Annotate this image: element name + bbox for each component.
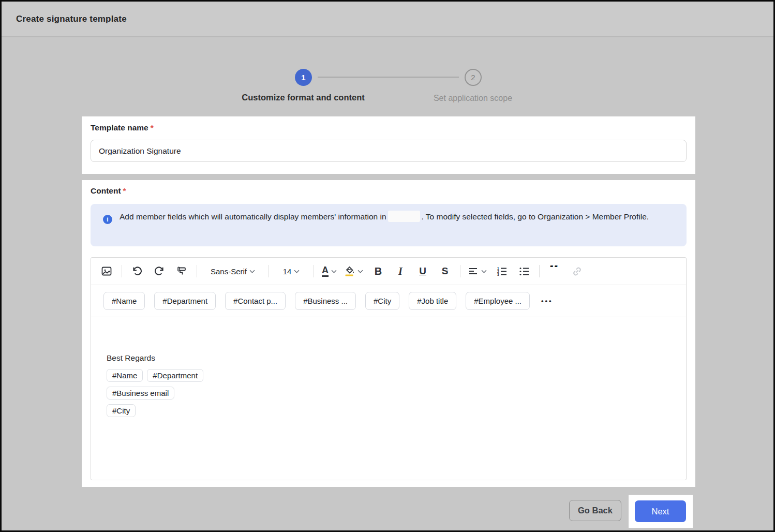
editor-chip-line: #City <box>107 404 686 417</box>
insert-image-button[interactable] <box>99 262 114 280</box>
blockquote-button[interactable]: “ <box>547 262 562 280</box>
template-name-label: Template name* <box>91 123 154 132</box>
align-icon <box>468 266 479 276</box>
editor-toolbar: Sans-Serif 14 A B I <box>91 258 686 285</box>
inserted-field-chip[interactable]: #Department <box>147 369 203 382</box>
member-field-chip[interactable]: #Name <box>103 292 145 310</box>
editor-chip-line: #Business email <box>107 387 686 400</box>
member-field-chip[interactable]: #City <box>365 292 399 310</box>
content-card: Content* i Add member fields which will … <box>82 180 695 487</box>
chevron-down-icon <box>357 270 363 273</box>
member-field-chip[interactable]: #Department <box>154 292 216 310</box>
font-family-value: Sans-Serif <box>211 267 247 276</box>
go-back-button[interactable]: Go Back <box>569 500 621 521</box>
inserted-field-chip[interactable]: #Business email <box>107 387 174 400</box>
info-icon: i <box>103 215 112 224</box>
step-1-indicator: 1 <box>295 69 312 86</box>
strikethrough-button[interactable]: S <box>438 262 452 280</box>
chevron-down-icon <box>249 270 255 273</box>
redacted-product-name <box>388 211 420 222</box>
svg-text:3: 3 <box>497 273 499 276</box>
banner-text-end: . To modify selected fields, go to Organ… <box>422 212 649 221</box>
redo-button[interactable] <box>152 262 167 280</box>
member-field-chip[interactable]: #Employee ... <box>466 292 530 310</box>
content-label-text: Content <box>91 186 121 195</box>
toolbar-divider <box>122 265 122 277</box>
ordered-list-button[interactable]: 123 <box>495 262 509 280</box>
more-fields-button[interactable]: ••• <box>539 297 555 305</box>
redo-icon <box>154 265 165 277</box>
toolbar-divider <box>460 265 460 277</box>
next-button[interactable]: Next <box>635 500 686 522</box>
required-asterisk: * <box>151 123 154 132</box>
next-button-spotlight: Next <box>629 495 693 528</box>
highlight-color-icon <box>345 265 355 277</box>
font-color-icon: A <box>322 265 329 277</box>
editor-body-lines: #Name#Department#Business email#City <box>107 369 686 417</box>
member-field-chip[interactable]: #Business ... <box>295 292 356 310</box>
ordered-list-icon: 123 <box>497 266 508 277</box>
inserted-field-chip[interactable]: #Name <box>107 369 143 382</box>
link-icon <box>572 266 583 277</box>
toolbar-divider <box>269 265 269 277</box>
font-family-select[interactable]: Sans-Serif <box>205 262 261 280</box>
blockquote-icon: “ <box>549 265 560 277</box>
italic-button[interactable]: I <box>393 262 408 280</box>
content-label: Content* <box>91 186 126 196</box>
rich-text-editor: Sans-Serif 14 A B I <box>91 257 687 480</box>
member-field-chips: #Name#Department#Contact p...#Business .… <box>103 292 530 310</box>
strikethrough-icon: S <box>442 265 449 277</box>
format-paint-icon <box>176 265 187 277</box>
unordered-list-icon <box>519 266 530 277</box>
info-banner-text: Add member fields which will automatical… <box>120 209 655 225</box>
underline-icon: U <box>419 265 426 277</box>
step-2-indicator: 2 <box>465 69 482 86</box>
template-name-label-text: Template name <box>91 123 148 132</box>
template-name-card: Template name* <box>82 116 695 174</box>
editor-text-line: Best Regards <box>107 353 686 363</box>
member-field-chip[interactable]: #Job title <box>409 292 456 310</box>
insert-link-button[interactable] <box>570 262 584 280</box>
member-field-chip[interactable]: #Contact p... <box>225 292 286 310</box>
chevron-down-icon <box>331 270 337 273</box>
bold-button[interactable]: B <box>371 262 385 280</box>
toolbar-divider <box>314 265 314 277</box>
toolbar-divider <box>539 265 540 277</box>
font-color-button[interactable]: A <box>322 262 337 280</box>
align-button[interactable] <box>468 262 487 280</box>
inserted-field-chip[interactable]: #City <box>107 404 136 417</box>
toolbar-divider <box>197 265 197 277</box>
create-signature-template-modal: Create signature template 1 2 Customize … <box>0 0 775 532</box>
unordered-list-button[interactable] <box>517 262 531 280</box>
template-name-input[interactable] <box>91 140 687 162</box>
editor-chip-line: #Name#Department <box>107 369 686 382</box>
banner-text-start: Add member fields which will automatical… <box>120 212 386 221</box>
step-2-label: Set application scope <box>411 94 535 103</box>
step-1-number: 1 <box>301 73 305 82</box>
highlight-color-button[interactable] <box>345 262 363 280</box>
image-icon <box>101 265 112 277</box>
step-2-number: 2 <box>471 73 475 82</box>
chevron-down-icon <box>481 270 487 273</box>
info-banner: i Add member fields which will automatic… <box>91 204 687 246</box>
font-size-select[interactable]: 14 <box>277 262 306 280</box>
page-title: Create signature template <box>16 14 127 24</box>
undo-button[interactable] <box>130 262 144 280</box>
format-paint-button[interactable] <box>174 262 189 280</box>
undo-icon <box>131 265 143 277</box>
required-asterisk: * <box>123 186 126 195</box>
member-fields-bar: #Name#Department#Contact p...#Business .… <box>91 285 686 317</box>
stepper-connector <box>318 77 459 78</box>
editor-content-area[interactable]: Best Regards #Name#Department#Business e… <box>91 317 686 417</box>
modal-header: Create signature template <box>2 2 773 37</box>
italic-icon: I <box>398 265 403 277</box>
chevron-down-icon <box>294 270 300 273</box>
bold-icon: B <box>375 265 382 277</box>
step-1-label: Customize format and content <box>231 93 376 102</box>
font-size-value: 14 <box>283 267 292 276</box>
underline-button[interactable]: U <box>415 262 430 280</box>
